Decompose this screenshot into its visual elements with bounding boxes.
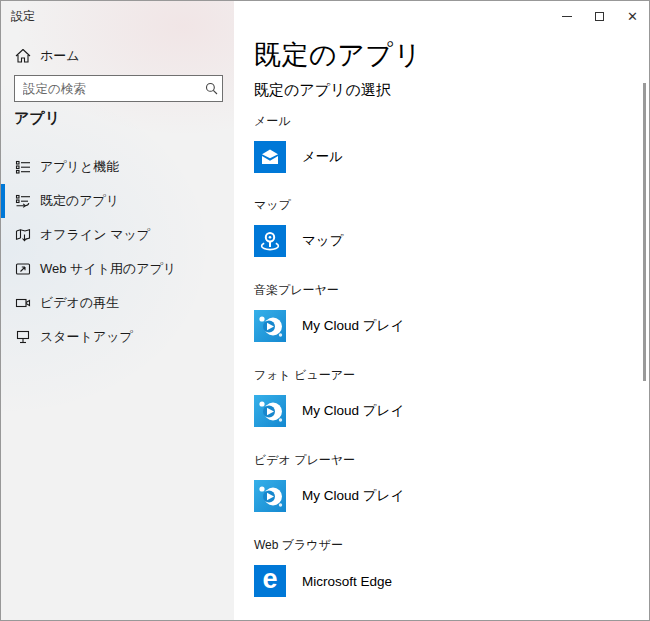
page-title: 既定のアプリ [254,37,422,73]
app-name: My Cloud プレイ [302,487,404,505]
vertical-scrollbar-thumb[interactable] [643,83,646,381]
window-title: 設定 [11,8,35,25]
sidebar-item-label: オフライン マップ [40,226,150,244]
minimize-icon [562,16,572,17]
sidebar-item-video-playback[interactable]: ビデオの再生 [1,286,234,320]
app-name: My Cloud プレイ [302,402,404,420]
sidebar-item-startup[interactable]: スタートアップ [1,320,234,354]
sidebar-item-apps-features[interactable]: アプリと機能 [1,150,234,184]
maximize-icon [595,12,604,21]
app-name: マップ [302,232,343,250]
search-icon[interactable] [200,82,222,95]
home-icon [15,48,31,64]
section-web-browser: Web ブラウザー e Microsoft Edge [254,537,614,607]
default-app-button-maps[interactable]: マップ [254,225,343,257]
close-icon: ✕ [627,9,638,24]
window-controls: ✕ [550,1,649,31]
sidebar-item-label: ホーム [40,47,80,65]
sidebar-item-label: Web サイト用のアプリ [40,260,176,278]
maps-app-icon [254,225,286,257]
sidebar-section-header: アプリ [14,109,60,128]
app-name: Microsoft Edge [302,574,392,589]
sidebar: 設定 ホーム アプリ アプリと機能 [1,1,234,620]
app-name: メール [302,148,343,166]
category-label: Web ブラウザー [254,537,614,554]
startup-icon [15,329,31,345]
default-apps-icon [15,193,31,209]
apps-features-icon [15,159,31,175]
selected-accent-bar [1,184,5,218]
category-label: ビデオ プレーヤー [254,452,614,469]
sidebar-item-label: ビデオの再生 [40,294,119,312]
video-playback-icon [15,295,31,311]
category-label: メール [254,113,614,130]
category-label: フォト ビューアー [254,367,614,384]
default-app-button-video[interactable]: My Cloud プレイ [254,480,404,512]
sidebar-item-label: 既定のアプリ [40,192,119,210]
default-app-button-music[interactable]: My Cloud プレイ [254,310,404,342]
settings-window: 設定 ホーム アプリ アプリと機能 [0,0,650,621]
app-name: My Cloud プレイ [302,317,404,335]
sidebar-item-default-apps[interactable]: 既定のアプリ [1,184,234,218]
apps-for-websites-icon [15,261,31,277]
sidebar-item-label: スタートアップ [40,328,133,346]
section-photo-viewer: フォト ビューアー My Cloud プレイ [254,367,614,437]
page-subtitle: 既定のアプリの選択 [254,81,391,100]
edge-app-icon: e [254,565,286,597]
category-label: 音楽プレーヤー [254,282,614,299]
section-video-player: ビデオ プレーヤー My Cloud プレイ [254,452,614,522]
mycloud-play-icon [254,480,286,512]
sidebar-item-apps-for-websites[interactable]: Web サイト用のアプリ [1,252,234,286]
section-mail: メール メール [254,113,614,183]
default-app-button-browser[interactable]: e Microsoft Edge [254,565,392,597]
search-input[interactable] [15,82,200,96]
default-app-button-mail[interactable]: メール [254,141,343,173]
section-maps: マップ マップ [254,197,614,267]
category-label: マップ [254,197,614,214]
mycloud-play-icon [254,310,286,342]
mail-app-icon [254,141,286,173]
search-box [14,75,223,102]
sidebar-nav: アプリと機能 既定のアプリ オフライン マップ [1,150,234,354]
sidebar-item-offline-maps[interactable]: オフライン マップ [1,218,234,252]
default-app-button-photos[interactable]: My Cloud プレイ [254,395,404,427]
maximize-button[interactable] [583,1,616,31]
sidebar-item-label: アプリと機能 [40,158,119,176]
sidebar-item-home[interactable]: ホーム [1,43,234,69]
close-button[interactable]: ✕ [616,1,649,31]
offline-maps-icon [15,227,31,243]
minimize-button[interactable] [550,1,583,31]
main-content: 既定のアプリ 既定のアプリの選択 メール メール マップ マップ [234,1,649,620]
mycloud-play-icon [254,395,286,427]
section-music-player: 音楽プレーヤー My Cloud プレイ [254,282,614,352]
